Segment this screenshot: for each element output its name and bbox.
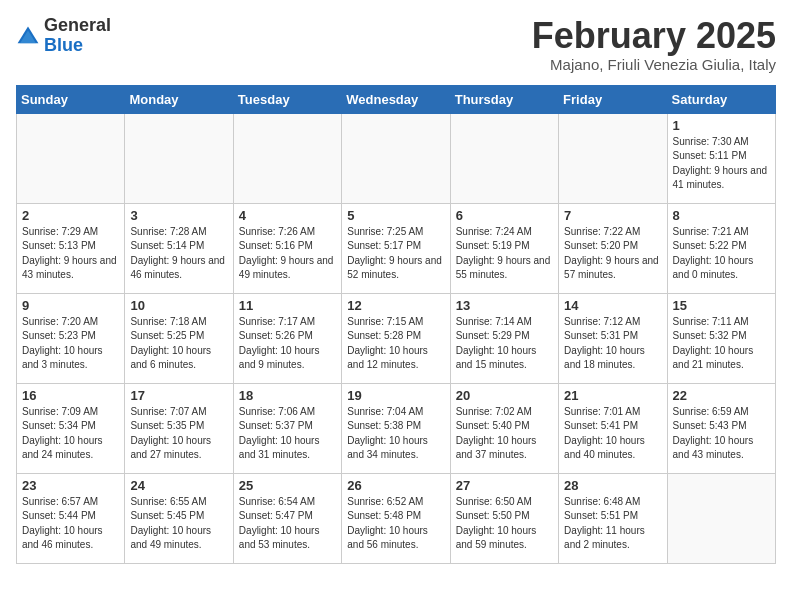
day-number: 23 (22, 478, 119, 493)
day-info: Sunrise: 7:24 AM Sunset: 5:19 PM Dayligh… (456, 225, 553, 283)
day-info: Sunrise: 7:06 AM Sunset: 5:37 PM Dayligh… (239, 405, 336, 463)
calendar-cell: 7Sunrise: 7:22 AM Sunset: 5:20 PM Daylig… (559, 203, 667, 293)
day-info: Sunrise: 6:55 AM Sunset: 5:45 PM Dayligh… (130, 495, 227, 553)
calendar-cell (342, 113, 450, 203)
day-info: Sunrise: 6:59 AM Sunset: 5:43 PM Dayligh… (673, 405, 770, 463)
calendar-cell: 10Sunrise: 7:18 AM Sunset: 5:25 PM Dayli… (125, 293, 233, 383)
day-number: 8 (673, 208, 770, 223)
day-info: Sunrise: 7:12 AM Sunset: 5:31 PM Dayligh… (564, 315, 661, 373)
calendar-cell: 24Sunrise: 6:55 AM Sunset: 5:45 PM Dayli… (125, 473, 233, 563)
calendar-cell: 5Sunrise: 7:25 AM Sunset: 5:17 PM Daylig… (342, 203, 450, 293)
calendar-cell: 19Sunrise: 7:04 AM Sunset: 5:38 PM Dayli… (342, 383, 450, 473)
calendar-cell (450, 113, 558, 203)
day-info: Sunrise: 7:18 AM Sunset: 5:25 PM Dayligh… (130, 315, 227, 373)
day-number: 5 (347, 208, 444, 223)
calendar-cell: 28Sunrise: 6:48 AM Sunset: 5:51 PM Dayli… (559, 473, 667, 563)
day-info: Sunrise: 6:50 AM Sunset: 5:50 PM Dayligh… (456, 495, 553, 553)
weekday-header: Sunday (17, 85, 125, 113)
calendar-title: February 2025 (532, 16, 776, 56)
day-number: 20 (456, 388, 553, 403)
logo: General Blue (16, 16, 111, 56)
day-info: Sunrise: 6:54 AM Sunset: 5:47 PM Dayligh… (239, 495, 336, 553)
calendar-cell: 14Sunrise: 7:12 AM Sunset: 5:31 PM Dayli… (559, 293, 667, 383)
day-info: Sunrise: 7:14 AM Sunset: 5:29 PM Dayligh… (456, 315, 553, 373)
day-info: Sunrise: 7:21 AM Sunset: 5:22 PM Dayligh… (673, 225, 770, 283)
day-info: Sunrise: 7:01 AM Sunset: 5:41 PM Dayligh… (564, 405, 661, 463)
day-number: 9 (22, 298, 119, 313)
logo-general-text: General (44, 15, 111, 35)
day-info: Sunrise: 7:02 AM Sunset: 5:40 PM Dayligh… (456, 405, 553, 463)
weekday-header: Wednesday (342, 85, 450, 113)
day-number: 3 (130, 208, 227, 223)
calendar-cell: 11Sunrise: 7:17 AM Sunset: 5:26 PM Dayli… (233, 293, 341, 383)
day-info: Sunrise: 7:22 AM Sunset: 5:20 PM Dayligh… (564, 225, 661, 283)
calendar-cell: 6Sunrise: 7:24 AM Sunset: 5:19 PM Daylig… (450, 203, 558, 293)
calendar-cell (125, 113, 233, 203)
calendar-cell: 21Sunrise: 7:01 AM Sunset: 5:41 PM Dayli… (559, 383, 667, 473)
title-block: February 2025 Majano, Friuli Venezia Giu… (532, 16, 776, 73)
day-info: Sunrise: 6:52 AM Sunset: 5:48 PM Dayligh… (347, 495, 444, 553)
calendar-cell: 3Sunrise: 7:28 AM Sunset: 5:14 PM Daylig… (125, 203, 233, 293)
day-info: Sunrise: 7:15 AM Sunset: 5:28 PM Dayligh… (347, 315, 444, 373)
calendar-cell: 23Sunrise: 6:57 AM Sunset: 5:44 PM Dayli… (17, 473, 125, 563)
calendar-cell: 9Sunrise: 7:20 AM Sunset: 5:23 PM Daylig… (17, 293, 125, 383)
day-number: 11 (239, 298, 336, 313)
day-info: Sunrise: 7:25 AM Sunset: 5:17 PM Dayligh… (347, 225, 444, 283)
day-info: Sunrise: 7:11 AM Sunset: 5:32 PM Dayligh… (673, 315, 770, 373)
day-info: Sunrise: 7:20 AM Sunset: 5:23 PM Dayligh… (22, 315, 119, 373)
day-number: 28 (564, 478, 661, 493)
calendar-cell: 2Sunrise: 7:29 AM Sunset: 5:13 PM Daylig… (17, 203, 125, 293)
calendar-table: SundayMondayTuesdayWednesdayThursdayFrid… (16, 85, 776, 564)
day-number: 21 (564, 388, 661, 403)
day-info: Sunrise: 7:30 AM Sunset: 5:11 PM Dayligh… (673, 135, 770, 193)
day-info: Sunrise: 7:07 AM Sunset: 5:35 PM Dayligh… (130, 405, 227, 463)
calendar-cell: 27Sunrise: 6:50 AM Sunset: 5:50 PM Dayli… (450, 473, 558, 563)
weekday-header: Thursday (450, 85, 558, 113)
calendar-cell (17, 113, 125, 203)
day-info: Sunrise: 7:29 AM Sunset: 5:13 PM Dayligh… (22, 225, 119, 283)
day-number: 10 (130, 298, 227, 313)
day-number: 24 (130, 478, 227, 493)
calendar-cell: 25Sunrise: 6:54 AM Sunset: 5:47 PM Dayli… (233, 473, 341, 563)
day-number: 14 (564, 298, 661, 313)
day-number: 16 (22, 388, 119, 403)
weekday-header: Tuesday (233, 85, 341, 113)
day-info: Sunrise: 7:09 AM Sunset: 5:34 PM Dayligh… (22, 405, 119, 463)
day-number: 18 (239, 388, 336, 403)
generalblue-logo-icon (16, 24, 40, 48)
day-number: 27 (456, 478, 553, 493)
day-number: 25 (239, 478, 336, 493)
weekday-header: Monday (125, 85, 233, 113)
day-number: 12 (347, 298, 444, 313)
day-number: 2 (22, 208, 119, 223)
calendar-cell: 12Sunrise: 7:15 AM Sunset: 5:28 PM Dayli… (342, 293, 450, 383)
day-number: 7 (564, 208, 661, 223)
day-info: Sunrise: 7:26 AM Sunset: 5:16 PM Dayligh… (239, 225, 336, 283)
day-number: 4 (239, 208, 336, 223)
calendar-cell (667, 473, 775, 563)
day-number: 19 (347, 388, 444, 403)
calendar-cell: 8Sunrise: 7:21 AM Sunset: 5:22 PM Daylig… (667, 203, 775, 293)
calendar-cell: 17Sunrise: 7:07 AM Sunset: 5:35 PM Dayli… (125, 383, 233, 473)
calendar-cell: 13Sunrise: 7:14 AM Sunset: 5:29 PM Dayli… (450, 293, 558, 383)
header: General Blue February 2025 Majano, Friul… (16, 16, 776, 73)
day-number: 6 (456, 208, 553, 223)
day-info: Sunrise: 7:28 AM Sunset: 5:14 PM Dayligh… (130, 225, 227, 283)
calendar-cell: 18Sunrise: 7:06 AM Sunset: 5:37 PM Dayli… (233, 383, 341, 473)
calendar-cell: 20Sunrise: 7:02 AM Sunset: 5:40 PM Dayli… (450, 383, 558, 473)
day-info: Sunrise: 6:57 AM Sunset: 5:44 PM Dayligh… (22, 495, 119, 553)
calendar-cell: 4Sunrise: 7:26 AM Sunset: 5:16 PM Daylig… (233, 203, 341, 293)
weekday-header: Friday (559, 85, 667, 113)
calendar-cell: 22Sunrise: 6:59 AM Sunset: 5:43 PM Dayli… (667, 383, 775, 473)
day-info: Sunrise: 7:04 AM Sunset: 5:38 PM Dayligh… (347, 405, 444, 463)
logo-blue-text: Blue (44, 35, 83, 55)
day-number: 1 (673, 118, 770, 133)
calendar-cell: 15Sunrise: 7:11 AM Sunset: 5:32 PM Dayli… (667, 293, 775, 383)
day-number: 26 (347, 478, 444, 493)
day-info: Sunrise: 7:17 AM Sunset: 5:26 PM Dayligh… (239, 315, 336, 373)
day-number: 22 (673, 388, 770, 403)
calendar-cell: 1Sunrise: 7:30 AM Sunset: 5:11 PM Daylig… (667, 113, 775, 203)
weekday-header: Saturday (667, 85, 775, 113)
calendar-cell (559, 113, 667, 203)
calendar-cell: 16Sunrise: 7:09 AM Sunset: 5:34 PM Dayli… (17, 383, 125, 473)
